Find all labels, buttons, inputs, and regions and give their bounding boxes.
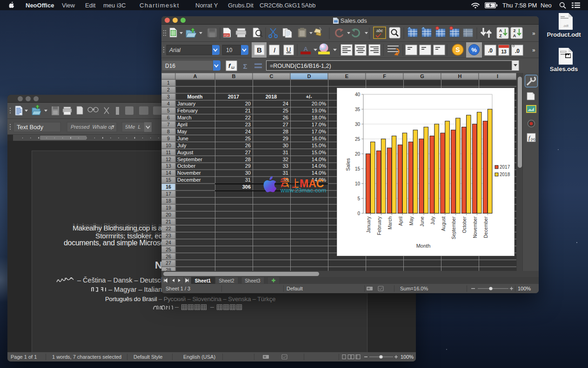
svg-text:+/-: +/-: [306, 94, 312, 99]
svg-text:»: »: [532, 47, 535, 53]
svg-text:U: U: [286, 46, 291, 53]
svg-text:25: 25: [166, 247, 171, 252]
svg-text:31: 31: [245, 177, 251, 183]
svg-text:14.0%: 14.0%: [312, 163, 326, 169]
svg-text:30: 30: [283, 143, 288, 148]
svg-text:Arial: Arial: [169, 47, 180, 53]
svg-text:30: 30: [245, 170, 251, 176]
svg-text:D16: D16: [165, 63, 175, 69]
svg-text:24: 24: [166, 240, 171, 245]
svg-text:Month: Month: [187, 94, 203, 99]
svg-text:5: 5: [357, 196, 360, 201]
svg-text:September: September: [177, 157, 202, 162]
svg-text:23: 23: [245, 122, 251, 127]
svg-text:A: A: [499, 28, 502, 33]
svg-text:(x): (x): [531, 137, 535, 141]
svg-text:13: 13: [166, 163, 171, 169]
svg-text:18.0%: 18.0%: [312, 115, 326, 120]
svg-text:40: 40: [355, 92, 361, 97]
svg-text:26: 26: [283, 115, 288, 120]
svg-text:H: H: [458, 73, 462, 79]
svg-text:5Me L: 5Me L: [125, 124, 141, 130]
svg-text:October: October: [177, 163, 195, 169]
svg-text:12: 12: [166, 157, 171, 162]
svg-text:28: 28: [166, 267, 171, 271]
svg-text:24: 24: [283, 101, 288, 106]
svg-text:2018: 2018: [500, 172, 510, 177]
svg-text:June: June: [177, 136, 188, 141]
svg-text:E: E: [345, 73, 348, 79]
svg-text:PDF: PDF: [224, 34, 229, 37]
svg-text:November: November: [177, 170, 201, 176]
svg-text:Sales: Sales: [345, 158, 351, 171]
svg-text:October: October: [462, 216, 467, 233]
svg-text:1: 1: [167, 80, 170, 85]
svg-text:15: 15: [166, 177, 171, 183]
svg-text:2018: 2018: [266, 94, 277, 99]
svg-text:Pressed Whale op: Pressed Whale op: [71, 124, 114, 130]
svg-text:35: 35: [355, 107, 361, 112]
svg-text:ω: ω: [231, 65, 234, 70]
svg-text:28: 28: [283, 129, 288, 134]
svg-text:18: 18: [166, 198, 171, 204]
svg-text:November: November: [473, 216, 478, 238]
svg-text:26: 26: [245, 143, 251, 148]
svg-text:8: 8: [167, 129, 170, 134]
svg-text:2: 2: [513, 28, 515, 33]
svg-text:11: 11: [166, 150, 171, 155]
svg-text:22: 22: [166, 226, 171, 231]
svg-text:Text Body: Text Body: [17, 124, 44, 131]
svg-text:January: January: [366, 217, 371, 233]
svg-text:25: 25: [283, 108, 288, 113]
svg-text:22: 22: [245, 115, 251, 120]
svg-text:9: 9: [167, 136, 170, 141]
svg-text:July: July: [430, 217, 435, 225]
svg-text:33: 33: [283, 163, 288, 169]
svg-text:20.0%: 20.0%: [312, 101, 326, 106]
svg-text:D: D: [307, 73, 311, 79]
svg-text:17.0%: 17.0%: [312, 122, 326, 127]
svg-text:G: G: [420, 73, 424, 79]
svg-text:A: A: [304, 46, 308, 53]
svg-text:April: April: [398, 217, 403, 226]
svg-text:2: 2: [167, 87, 170, 92]
svg-text:March: March: [177, 115, 192, 120]
svg-text:31: 31: [283, 150, 288, 155]
svg-text:15.0%: 15.0%: [312, 143, 326, 148]
svg-text:19: 19: [166, 205, 171, 210]
svg-text:27: 27: [166, 260, 171, 266]
svg-text:»: »: [532, 30, 535, 37]
svg-text:September: September: [451, 216, 456, 239]
svg-text:B: B: [257, 46, 262, 54]
svg-text:5: 5: [167, 108, 170, 113]
svg-text:Sheet1: Sheet1: [195, 278, 211, 283]
svg-text:7: 7: [167, 122, 170, 127]
svg-text:Z: Z: [499, 33, 502, 38]
svg-text:August: August: [177, 150, 193, 155]
svg-text:B: B: [232, 73, 236, 79]
svg-text:Sheet2: Sheet2: [219, 278, 234, 283]
svg-text:Month: Month: [416, 243, 431, 249]
svg-text:July: July: [177, 143, 187, 148]
svg-text:20: 20: [355, 151, 361, 157]
svg-text:.odt: .odt: [563, 24, 568, 27]
svg-text:January: January: [177, 101, 196, 106]
svg-text:December: December: [177, 177, 201, 183]
svg-text:20: 20: [245, 101, 251, 106]
svg-text:3: 3: [167, 94, 170, 99]
svg-text:6: 6: [167, 115, 170, 120]
svg-text:32: 32: [283, 157, 288, 162]
svg-text:I: I: [274, 46, 275, 54]
svg-text:10: 10: [355, 181, 361, 186]
svg-text:%: %: [471, 46, 477, 53]
svg-text:February: February: [377, 217, 382, 235]
svg-text:27: 27: [245, 150, 251, 155]
svg-text:February: February: [177, 108, 198, 113]
svg-text:2017: 2017: [228, 94, 239, 99]
svg-text:21: 21: [166, 219, 171, 224]
svg-text:23: 23: [166, 233, 171, 238]
svg-text:15: 15: [355, 166, 361, 171]
svg-text:August: August: [441, 217, 446, 231]
svg-text:abc: abc: [376, 28, 383, 33]
svg-text:16: 16: [166, 184, 171, 190]
